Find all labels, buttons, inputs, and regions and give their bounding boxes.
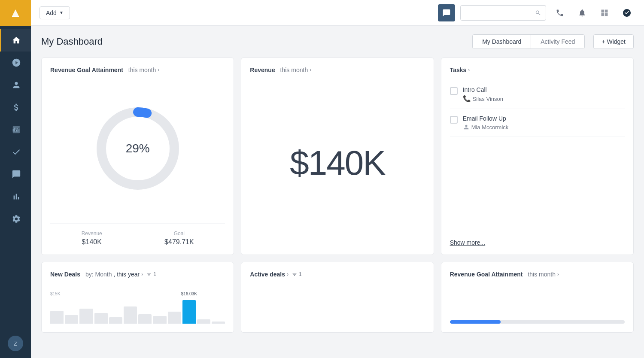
new-deals-card: New Deals by: Month , this year › 1 $15K: [41, 262, 234, 333]
revenue-label: Revenue: [82, 231, 102, 237]
task-checkbox-2[interactable]: [450, 116, 458, 124]
page-header: My Dashboard My Dashboard Activity Feed …: [41, 26, 634, 58]
notification-icon-button[interactable]: [574, 4, 591, 21]
donut-stat-revenue: Revenue $140K: [82, 231, 102, 246]
revenue-arrow-icon[interactable]: ›: [310, 67, 311, 73]
revenue-bar-container: [450, 320, 625, 324]
add-widget-button[interactable]: + Widget: [593, 34, 634, 49]
user-avatar[interactable]: Z: [8, 336, 23, 351]
sidebar-item-reports[interactable]: [0, 118, 31, 141]
phone-icon-button[interactable]: [551, 4, 568, 21]
add-button[interactable]: Add ▼: [39, 6, 70, 19]
add-label: Add: [46, 9, 57, 16]
revenue-goal-arrow-icon[interactable]: ›: [158, 67, 159, 73]
show-more-link[interactable]: Show more...: [450, 232, 625, 246]
main-content: Add ▼ My Dashboard My Dashboard: [31, 0, 644, 358]
task-content-2: Email Follow Up Mia Mccormick: [463, 115, 625, 130]
sidebar-item-activity[interactable]: [0, 52, 31, 74]
chat-icon-button[interactable]: [438, 4, 455, 21]
sidebar-nav: [0, 26, 31, 332]
tasks-card: Tasks › Intro Call 📞 Silas Vinson: [441, 58, 634, 255]
revenue-bar-fill: [450, 320, 501, 324]
bar-12: [212, 322, 225, 324]
bar-8: [153, 316, 166, 324]
active-deals-filter-icon: [292, 272, 297, 277]
tasks-title: Tasks ›: [450, 67, 625, 73]
page-title: My Dashboard: [41, 36, 464, 47]
sidebar-item-tasks[interactable]: [0, 141, 31, 163]
donut-percentage-label: 29%: [126, 142, 150, 155]
task-user-icon-1: 📞: [463, 95, 471, 103]
sidebar-item-analytics[interactable]: [0, 185, 31, 208]
bar-9: [168, 312, 181, 324]
bar-3: [79, 309, 93, 324]
revenue-goal-title-light: [125, 67, 127, 73]
tab-group: My Dashboard Activity Feed: [472, 34, 585, 49]
task-content-1: Intro Call 📞 Silas Vinson: [463, 86, 625, 103]
chevron-down-icon: ▼: [59, 10, 64, 15]
goal-value: $479.71K: [164, 238, 194, 246]
task-item-1: Intro Call 📞 Silas Vinson: [450, 80, 625, 109]
active-deals-filter: 1: [292, 271, 302, 277]
revenue-goal-title-bold: Revenue Goal Attainment: [50, 67, 123, 73]
active-deals-arrow-icon[interactable]: ›: [287, 271, 289, 277]
sidebar-item-deals[interactable]: [0, 96, 31, 118]
revenue-title-suffix: this month: [280, 67, 308, 73]
bar-1: [50, 311, 64, 324]
revenue-goal-card: Revenue Goal Attainment this month ›: [41, 58, 234, 255]
new-deals-filter: 1: [146, 271, 156, 277]
sidebar-item-settings[interactable]: [0, 208, 31, 230]
sidebar-item-home[interactable]: [0, 29, 31, 52]
revenue-goal-bottom-title: Revenue Goal Attainment this month ›: [450, 271, 625, 278]
search-icon: [535, 9, 541, 16]
donut-container: 29%: [50, 80, 225, 216]
content-area: My Dashboard My Dashboard Activity Feed …: [31, 26, 644, 358]
dashboard-grid: Revenue Goal Attainment this month ›: [41, 58, 634, 333]
tab-dashboard[interactable]: My Dashboard: [473, 35, 531, 49]
revenue-goal-bottom-title-light: [525, 271, 526, 278]
revenue-goal-bottom-bar: [450, 285, 625, 324]
task-name-2: Email Follow Up: [463, 115, 625, 122]
revenue-goal-title-suffix: this month: [128, 67, 156, 73]
task-user-name-2: Mia Mccormick: [471, 124, 509, 130]
revenue-goal-bottom-suffix: this month: [528, 271, 556, 278]
revenue-goal-title: Revenue Goal Attainment this month ›: [50, 67, 225, 73]
sidebar-logo[interactable]: [0, 0, 31, 26]
donut-stat-goal: Goal $479.71K: [164, 231, 194, 246]
revenue-goal-bottom-arrow-icon[interactable]: ›: [557, 271, 559, 277]
sidebar-item-messages[interactable]: [0, 163, 31, 185]
topbar: Add ▼: [31, 0, 644, 26]
new-deals-title-suffix: , this year: [113, 271, 140, 278]
revenue-card: Revenue this month › $140K: [241, 58, 434, 255]
bar-highlight-label: $16.03K: [181, 291, 197, 296]
search-input[interactable]: [465, 9, 535, 16]
revenue-title: Revenue this month ›: [250, 67, 425, 73]
active-deals-card: Active deals › 1: [241, 262, 434, 333]
new-deals-title-bold: New Deals: [50, 271, 80, 278]
revenue-value: $140K: [82, 238, 102, 246]
zendesk-icon-button[interactable]: [618, 4, 635, 21]
task-item-2: Email Follow Up Mia Mccormick: [450, 109, 625, 137]
task-name-1: Intro Call: [463, 86, 625, 93]
bar-5: [109, 317, 122, 324]
donut-stats: Revenue $140K Goal $479.71K: [50, 223, 225, 246]
bar-chart-bars: $16.03K: [50, 291, 225, 324]
grid-icon-button[interactable]: [596, 4, 613, 21]
new-deals-chart: $15K $16.03K: [50, 285, 225, 324]
active-deals-content: [250, 285, 425, 324]
sidebar-item-contacts[interactable]: [0, 74, 31, 96]
tasks-arrow-icon[interactable]: ›: [468, 67, 470, 73]
active-deals-title: Active deals › 1: [250, 271, 425, 278]
revenue-amount: $140K: [250, 80, 425, 246]
donut-chart: 29%: [91, 101, 185, 196]
revenue-title-bold: Revenue: [250, 67, 275, 73]
new-deals-title: New Deals by: Month , this year › 1: [50, 271, 225, 278]
revenue-goal-bottom-title-bold: Revenue Goal Attainment: [450, 271, 523, 278]
new-deals-arrow-icon[interactable]: ›: [141, 271, 143, 277]
sidebar: Z: [0, 0, 31, 358]
task-checkbox-1[interactable]: [450, 87, 458, 95]
task-user-2: Mia Mccormick: [463, 124, 625, 130]
bar-7: [138, 314, 152, 324]
filter-icon: [146, 272, 152, 277]
tab-activity[interactable]: Activity Feed: [531, 35, 584, 49]
